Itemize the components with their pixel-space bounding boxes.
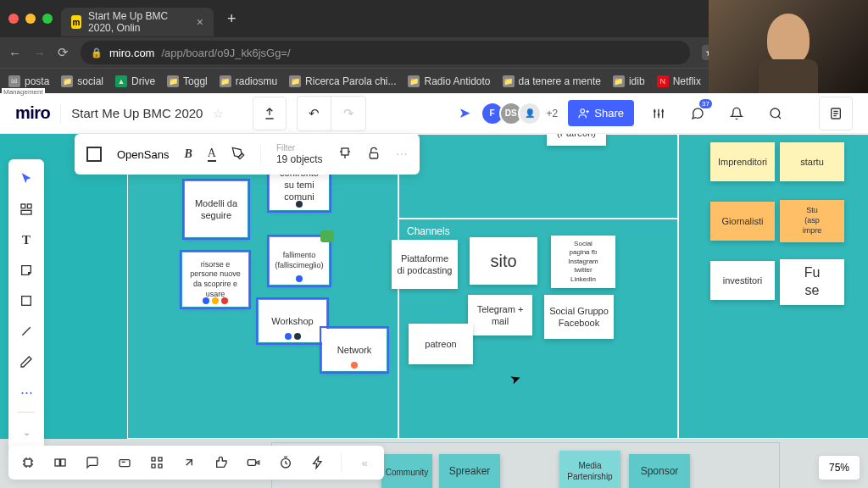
notes-panel-button[interactable] — [819, 97, 853, 130]
reload-button[interactable]: ⟳ — [58, 45, 69, 60]
note-social-fb[interactable]: Social Gruppo Facebook — [544, 295, 614, 339]
note-patreon-top[interactable]: (Patreon) — [547, 134, 606, 146]
video-icon[interactable] — [241, 450, 266, 475]
bold-icon[interactable]: B — [184, 147, 192, 161]
pen-tool[interactable] — [12, 347, 41, 376]
share-button[interactable]: Share — [568, 100, 634, 126]
more-icon[interactable]: ⋯ — [396, 147, 408, 161]
frame-icon[interactable] — [15, 450, 41, 475]
note-workshop[interactable]: Workshop — [259, 300, 326, 342]
font-family-select[interactable]: OpenSans — [117, 148, 169, 161]
browser-tab[interactable]: m Start Me Up BMC 2020, Onlin × — [61, 8, 214, 36]
bookmark-item[interactable]: 📁social — [61, 75, 103, 87]
sticky-tool[interactable] — [12, 256, 41, 285]
presence-avatars[interactable]: F DS 👤 +2 — [486, 102, 559, 125]
svg-rect-16 — [159, 458, 162, 461]
comment-count: 37 — [699, 99, 712, 108]
forward-button[interactable]: → — [33, 46, 46, 60]
miro-logo[interactable]: miro — [15, 103, 50, 123]
cursor-icon[interactable]: ➤ — [459, 104, 470, 122]
share-icon[interactable] — [176, 450, 202, 475]
url-path: /app/board/o9J_kk6jsGg=/ — [161, 47, 290, 59]
note-sito[interactable]: sito — [470, 237, 537, 285]
chevron-down-icon[interactable]: ⌄ — [12, 418, 41, 446]
note-risorse[interactable]: risorse e persone nuove da scoprire e us… — [182, 252, 248, 307]
bookmark-item[interactable]: 📁idib — [613, 75, 645, 87]
minimize-window-icon[interactable] — [25, 14, 36, 24]
undo-button[interactable]: ↶ — [298, 97, 331, 130]
note-piattaforme[interactable]: Piattaforme di podcasting — [392, 240, 458, 289]
comment-icon[interactable] — [80, 450, 105, 475]
note-fallimento[interactable]: fallimento (falliscimeglio) — [270, 237, 329, 285]
note-imprenditori[interactable]: Imprenditori — [710, 142, 775, 181]
star-icon[interactable]: ☆ — [213, 107, 224, 120]
board-title[interactable]: Start Me Up BMC 2020 — [71, 106, 203, 120]
more-users[interactable]: +2 — [547, 108, 559, 119]
bookmark-item[interactable]: ▲Drive — [115, 75, 155, 87]
bell-icon[interactable] — [722, 99, 751, 128]
left-toolbar: T ⋯ ⌄ — [8, 159, 44, 452]
bookmark-item[interactable]: NNetflix — [657, 75, 701, 87]
grid-icon[interactable] — [144, 450, 170, 475]
note-community[interactable]: Community — [381, 454, 432, 488]
fill-color-icon[interactable] — [86, 147, 102, 162]
search-icon[interactable] — [761, 99, 790, 128]
redo-button[interactable]: ↷ — [331, 97, 365, 130]
note-media[interactable]: Media Partenirship — [559, 451, 620, 488]
highlight-icon[interactable] — [231, 147, 245, 163]
thumbsup-icon[interactable] — [209, 450, 234, 475]
svg-rect-14 — [120, 460, 130, 467]
svg-rect-17 — [152, 464, 155, 468]
bolt-icon[interactable] — [305, 450, 331, 475]
more-tools[interactable]: ⋯ — [12, 378, 41, 407]
text-color-icon[interactable]: A — [208, 147, 216, 162]
miro-canvas[interactable]: Channels Revenue streams (Patreon) Model… — [0, 134, 868, 488]
settings-icon[interactable] — [644, 99, 673, 128]
zoom-level[interactable]: 75% — [819, 456, 860, 480]
address-bar[interactable]: 🔒 miro.com/app/board/o9J_kk6jsGg=/ — [81, 41, 690, 64]
note-network[interactable]: Network — [322, 329, 387, 371]
bookmark-item[interactable]: 📁Radio Antidoto — [408, 75, 490, 87]
lock-icon: 🔒 — [91, 47, 103, 58]
bookmark-item[interactable]: 📁Toggl — [167, 75, 208, 87]
shape-tool[interactable] — [12, 286, 41, 315]
comments-icon[interactable]: 37 — [683, 99, 712, 128]
bookmark-item[interactable]: 📁Ricerca Parola chi... — [289, 75, 396, 87]
note-startup[interactable]: startu — [780, 142, 844, 181]
pin-icon[interactable] — [338, 147, 352, 163]
note-giornalisti[interactable]: Giornalisti — [710, 202, 775, 241]
filter-label[interactable]: Filter 19 objects — [276, 143, 323, 165]
note-patreon2[interactable]: patreon — [409, 324, 473, 364]
note-spreaker[interactable]: Spreaker — [439, 454, 500, 488]
close-window-icon[interactable] — [8, 14, 19, 24]
collapse-icon[interactable]: « — [352, 450, 377, 475]
templates-tool[interactable] — [12, 195, 41, 224]
bookmark-item[interactable]: ✉posta — [8, 75, 49, 87]
card-icon[interactable] — [112, 450, 137, 475]
svg-rect-11 — [25, 459, 31, 466]
close-tab-icon[interactable]: × — [197, 15, 203, 29]
frames-list-icon[interactable] — [47, 450, 73, 475]
select-tool[interactable] — [12, 164, 41, 193]
note-telegram[interactable]: Telegram + mail — [468, 295, 532, 336]
note-investitori[interactable]: investitori — [710, 261, 775, 300]
svg-point-0 — [654, 110, 655, 111]
svg-rect-18 — [159, 464, 162, 468]
bookmark-item[interactable]: 📁radiosmu — [220, 75, 277, 87]
new-tab-button[interactable]: + — [222, 10, 242, 28]
maximize-window-icon[interactable] — [42, 14, 53, 24]
svg-rect-8 — [27, 204, 31, 208]
note-modelli[interactable]: Modelli da seguire — [185, 181, 248, 237]
text-tool[interactable]: T — [12, 225, 41, 254]
note-sponsor[interactable]: Sponsor — [629, 454, 690, 488]
line-tool[interactable] — [12, 317, 41, 346]
timer-icon[interactable] — [273, 450, 298, 475]
note-fuori[interactable]: Fu se — [780, 259, 844, 305]
note-social-multi[interactable]: Social pagina fb Instagram twitter Linke… — [551, 236, 615, 288]
lock-icon[interactable] — [367, 147, 381, 163]
back-button[interactable]: ← — [8, 46, 21, 60]
svg-rect-6 — [370, 152, 377, 158]
export-button[interactable] — [253, 97, 287, 130]
bookmark-item[interactable]: 📁da tenere a mente — [503, 75, 601, 87]
note-studenti[interactable]: Stu (asp impre — [780, 200, 844, 242]
